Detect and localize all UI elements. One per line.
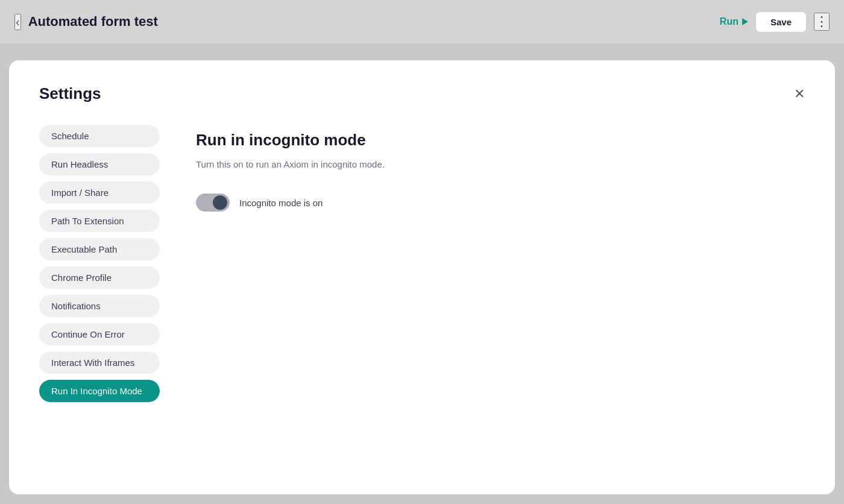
nav-item-notifications[interactable]: Notifications [39, 295, 160, 317]
toggle-thumb [213, 195, 227, 210]
settings-modal: Settings ✕ ScheduleRun HeadlessImport / … [9, 60, 835, 494]
nav-item-continue-on-error[interactable]: Continue On Error [39, 323, 160, 345]
nav-item-run-headless[interactable]: Run Headless [39, 153, 160, 175]
nav-item-interact-with-iframes[interactable]: Interact With Iframes [39, 351, 160, 374]
incognito-toggle[interactable] [196, 194, 230, 212]
settings-nav: ScheduleRun HeadlessImport / SharePath T… [39, 125, 160, 470]
nav-item-import-share[interactable]: Import / Share [39, 181, 160, 204]
nav-item-schedule[interactable]: Schedule [39, 125, 160, 147]
content-title: Run in incognito mode [196, 131, 805, 150]
modal-title: Settings [39, 84, 101, 103]
nav-item-run-in-incognito-mode[interactable]: Run In Incognito Mode [39, 380, 160, 402]
nav-item-path-to-extension[interactable]: Path To Extension [39, 210, 160, 232]
modal-overlay: Settings ✕ ScheduleRun HeadlessImport / … [0, 0, 844, 504]
modal-header: Settings ✕ [39, 84, 805, 103]
content-description: Turn this on to run an Axiom in incognit… [196, 159, 805, 169]
modal-body: ScheduleRun HeadlessImport / SharePath T… [39, 125, 805, 470]
settings-content: Run in incognito mode Turn this on to ru… [196, 125, 805, 470]
close-button[interactable]: ✕ [794, 87, 805, 101]
nav-item-chrome-profile[interactable]: Chrome Profile [39, 266, 160, 289]
toggle-row: Incognito mode is on [196, 194, 805, 212]
toggle-label: Incognito mode is on [239, 198, 323, 208]
nav-item-executable-path[interactable]: Executable Path [39, 238, 160, 260]
